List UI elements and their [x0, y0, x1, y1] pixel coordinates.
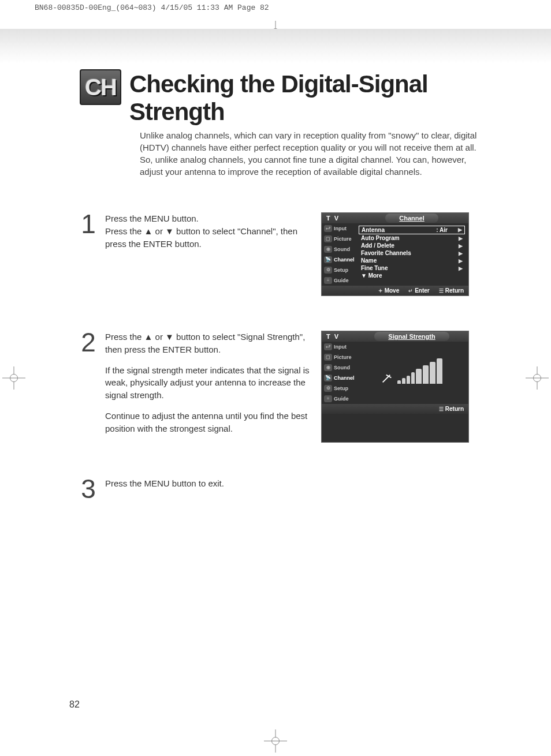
guide-icon: ≡ [324, 395, 332, 402]
page-number: 82 [69, 699, 80, 710]
side-picture: ▢Picture [322, 234, 355, 244]
step-3: 3 Press the MENU button to exit. [80, 477, 482, 501]
signal-bar [397, 380, 401, 384]
side-sound: ◉Sound [322, 362, 355, 373]
antenna-icon [381, 371, 394, 384]
signal-bar [430, 362, 435, 384]
arrow-right-icon: ▶ [459, 243, 463, 249]
row-name: Name▶ [359, 257, 465, 264]
setup-icon: ⚙ [324, 385, 332, 392]
sound-icon: ◉ [324, 364, 332, 371]
signal-bar [423, 365, 429, 384]
side-channel: 📡Channel [322, 373, 355, 383]
setup-icon: ⚙ [324, 267, 332, 274]
arrow-right-icon: ▶ [459, 250, 463, 256]
side-guide: ≡Guide [322, 394, 355, 404]
row-favorite: Favorite Channels▶ [359, 249, 465, 257]
tv-menu-channel: T V Channel ⮐Input ▢Picture ◉Sound 📡Chan… [321, 212, 469, 296]
tv-menu-title: Signal Strength [374, 332, 449, 341]
arrow-right-icon: ▶ [459, 235, 463, 241]
header-band [0, 29, 551, 63]
signal-bar [437, 358, 442, 384]
tv-menu-title: Channel [385, 214, 438, 223]
signal-bar [411, 372, 415, 384]
signal-bar [407, 376, 410, 384]
picture-icon: ▢ [324, 235, 332, 242]
enter-icon: ↵ [408, 288, 413, 294]
tv-menu-signal: T V Signal Strength ⮐Input ▢Picture ◉Sou… [321, 331, 469, 443]
channel-icon: 📡 [324, 375, 332, 381]
side-input: ⮐Input [322, 342, 355, 352]
step-2: 2 Press the ▲ or ▼ button to select "Sig… [80, 331, 482, 443]
row-auto-program: Auto Program▶ [359, 234, 465, 242]
signal-bar [416, 369, 422, 384]
row-add-delete: Add / Delete▶ [359, 242, 465, 249]
input-icon: ⮐ [324, 343, 332, 350]
step-2-line2: If the signal strength meter indicates t… [105, 364, 311, 402]
intro-text: Unlike analog channels, which can vary i… [140, 129, 481, 178]
page-title: Checking the Digital-Signal Strength [129, 70, 482, 126]
section-badge: CH [80, 69, 121, 105]
step-1-number: 1 [80, 212, 97, 296]
row-antenna: Antenna : Air▶ [359, 226, 465, 234]
tv-label: T V [322, 331, 355, 342]
footer-enter: Enter [415, 287, 430, 294]
step-3-line1: Press the MENU button to exit. [105, 477, 224, 490]
arrow-right-icon: ▶ [459, 265, 463, 271]
side-sound: ◉Sound [322, 244, 355, 255]
print-header: BN68-00835D-00Eng_(064~083) 4/15/05 11:3… [35, 3, 269, 12]
signal-strength-meter [355, 342, 468, 404]
sound-icon: ◉ [324, 246, 332, 253]
signal-bar [402, 378, 405, 384]
side-setup: ⚙Setup [322, 383, 355, 394]
step-1: 1 Press the MENU button. Press the ▲ or … [80, 212, 482, 296]
channel-icon: 📡 [324, 256, 332, 263]
side-channel: 📡Channel [322, 255, 355, 265]
move-icon: ✦ [378, 288, 383, 294]
side-input: ⮐Input [322, 223, 355, 234]
step-1-line1: Press the MENU button. [105, 214, 199, 223]
guide-icon: ≡ [324, 277, 332, 284]
return-icon: ☰ [439, 288, 444, 294]
step-2-number: 2 [80, 331, 97, 443]
side-guide: ≡Guide [322, 275, 355, 286]
step-2-line3: Continue to adjust the antenna until you… [105, 410, 311, 435]
step-1-line2: Press the ▲ or ▼ button to select "Chann… [105, 226, 297, 249]
row-fine-tune: Fine Tune▶ [359, 264, 465, 272]
row-more: ▼ More [359, 272, 465, 279]
section-badge-text: CH [85, 74, 116, 100]
return-icon: ☰ [439, 406, 444, 412]
input-icon: ⮐ [324, 225, 332, 232]
side-picture: ▢Picture [322, 352, 355, 362]
picture-icon: ▢ [324, 354, 332, 361]
arrow-right-icon: ▶ [459, 258, 463, 264]
side-setup: ⚙Setup [322, 265, 355, 275]
step-2-line1: Press the ▲ or ▼ button to select "Signa… [105, 331, 311, 356]
tv-label: T V [322, 213, 355, 223]
step-3-number: 3 [80, 477, 97, 501]
footer-return: Return [445, 287, 464, 294]
arrow-right-icon: ▶ [458, 227, 462, 233]
footer-move: Move [385, 287, 400, 294]
footer-return: Return [445, 406, 464, 412]
